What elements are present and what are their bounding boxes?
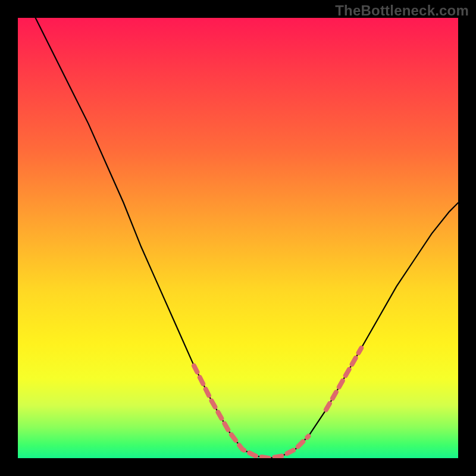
plot-area <box>18 18 458 458</box>
curve-main <box>36 18 458 458</box>
watermark-text: TheBottleneck.com <box>335 2 469 19</box>
curve-dash-left <box>194 366 308 458</box>
chart-frame: TheBottleneck.com <box>0 0 476 476</box>
curve-svg <box>18 18 458 458</box>
